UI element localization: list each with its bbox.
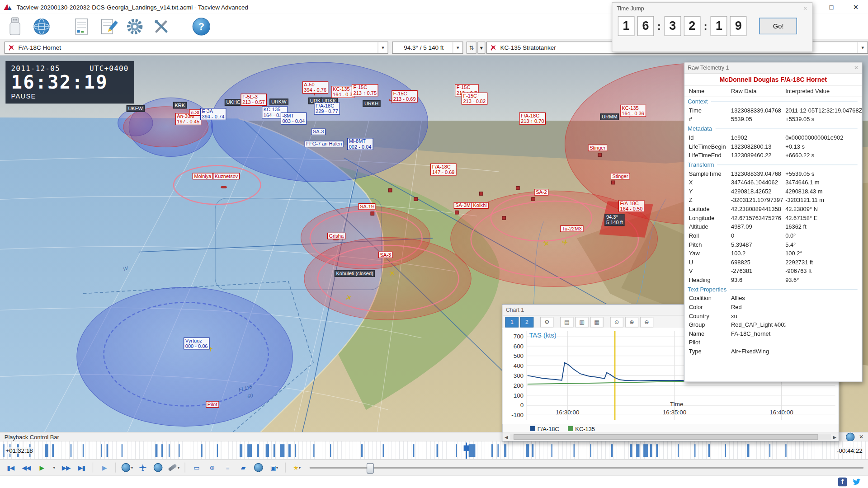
time-digit-button[interactable]: 9 — [730, 16, 747, 36]
ground-unit-marker[interactable] — [479, 192, 483, 196]
map-object-label[interactable]: SA-3 — [378, 252, 393, 258]
map-object-label[interactable]: 94.3°5 140 ft — [604, 214, 624, 226]
ground-unit-marker[interactable] — [455, 211, 459, 215]
map-object-label[interactable]: Tu-22M3 — [560, 225, 583, 232]
ground-unit-marker[interactable] — [414, 197, 418, 201]
map-object-label[interactable]: F-5E-3213 - 0.57 — [241, 94, 266, 106]
weapons-view-button[interactable]: ▾ — [166, 461, 181, 474]
ship-marker[interactable] — [221, 186, 226, 188]
ground-unit-marker[interactable] — [502, 216, 506, 220]
close-button[interactable]: ✕ — [844, 0, 868, 14]
aircraft-marker[interactable] — [542, 239, 550, 249]
jump-to-end-button[interactable]: ▶▮ — [74, 461, 89, 474]
scroll-right-icon[interactable]: ▶ — [831, 435, 839, 440]
swap-objects-button[interactable]: ⇅ — [467, 42, 476, 54]
map-object-label[interactable]: Vyrtuoz000 - 0.06 — [184, 338, 209, 350]
map-object-label[interactable]: F-15C213 - 0.69 — [392, 90, 417, 103]
slider-track[interactable] — [310, 467, 864, 469]
time-jump-close-icon[interactable]: ✕ — [803, 5, 807, 11]
map-object-label[interactable]: F/A-18C164 - 0.50 — [618, 200, 644, 212]
twitter-icon[interactable] — [851, 478, 861, 487]
aircraft-marker[interactable] — [561, 238, 569, 248]
maximize-button[interactable]: □ — [819, 0, 844, 14]
terrain-globe-button[interactable] — [251, 461, 266, 474]
chart-zoom-in-button[interactable]: ⊕ — [625, 317, 638, 327]
chevron-down-icon[interactable]: ▾ — [453, 42, 462, 53]
map-object-label[interactable]: F-15C213 - 0.82 — [462, 93, 487, 105]
primary-object-combo[interactable]: F/A-18C Hornet ▾ — [5, 42, 388, 54]
map-object-label[interactable]: Kuznetsov — [213, 173, 240, 179]
go-button[interactable]: Go! — [760, 18, 797, 34]
map-object-label[interactable]: -8MT003 - 0.04 — [281, 113, 307, 125]
layers-button[interactable]: ≡ — [220, 461, 235, 474]
map-object-label[interactable]: F-15C213 ↑ 0.75 — [352, 84, 378, 96]
map-object-label[interactable]: KC-135164 - 0.36 — [620, 105, 646, 117]
time-digit-button[interactable]: 6 — [637, 16, 654, 36]
settings-gear-icon[interactable] — [124, 16, 146, 38]
selected-aircraft-button[interactable] — [135, 461, 150, 474]
ground-vehicle-button[interactable]: ▰ — [236, 461, 250, 474]
chart-settings-button[interactable]: ⚙ — [540, 317, 553, 327]
aircraft-marker[interactable] — [345, 294, 352, 304]
map-object-label[interactable]: URMM — [600, 113, 619, 120]
map-object-label[interactable]: Grisha — [327, 233, 345, 239]
map-object-label[interactable]: F/A-18C213 ↑ 0.70 — [519, 113, 546, 125]
time-digit-button[interactable]: 1 — [711, 16, 727, 36]
map-object-label[interactable]: URKW — [269, 99, 288, 105]
map-object-label[interactable]: KC-135164 - 0.3 — [331, 86, 354, 98]
camera-monitor-button[interactable]: ▭ — [189, 461, 203, 474]
map-object-label[interactable]: Kobuleti (closed) — [335, 270, 375, 277]
help-icon[interactable]: ? — [191, 16, 212, 38]
map-object-label[interactable]: F/A-18C229 - 0.77 — [314, 103, 340, 115]
map-object-label[interactable]: KRK — [173, 102, 187, 109]
time-digit-button[interactable]: 1 — [618, 16, 635, 36]
map-object-label[interactable]: SA-3 — [311, 128, 326, 135]
mission-timeline[interactable]: +01:32:18 -00:44:22 — [0, 441, 868, 460]
chart-scrollbar-thumb[interactable] — [514, 434, 818, 440]
map-object-label[interactable]: F/A-18C147 - 0.69 — [430, 164, 456, 176]
map-object-label[interactable]: Stinger — [588, 145, 607, 151]
telemetry-window-titlebar[interactable]: Raw Telemetry 1 ✕ — [684, 63, 862, 74]
swap-options-dropdown[interactable]: ▾ — [477, 42, 485, 54]
earth-view-button[interactable] — [151, 461, 165, 474]
map-object-label[interactable]: Molniya — [193, 173, 213, 179]
map-object-label[interactable]: Stinger — [611, 173, 630, 179]
flight-log-icon[interactable] — [71, 16, 92, 38]
playback-bar-close-icon[interactable]: ✕ — [859, 434, 863, 440]
rewind-button[interactable]: ◀◀ — [19, 461, 33, 474]
map-object-label[interactable]: UKFW — [127, 105, 145, 112]
crosshair-button[interactable]: ⊕ — [205, 461, 219, 474]
slider-handle[interactable] — [367, 463, 374, 474]
facebook-icon[interactable]: f — [838, 478, 847, 487]
map-object-label[interactable]: FFG-7 an Halen — [305, 141, 344, 147]
aircraft-marker[interactable] — [388, 269, 396, 279]
ground-unit-marker[interactable] — [516, 186, 520, 190]
play-options-dropdown[interactable]: ▾ — [50, 461, 57, 474]
ground-unit-marker[interactable] — [531, 197, 535, 201]
chart-style-grid-button[interactable]: ▦ — [590, 317, 603, 327]
ground-unit-marker[interactable] — [598, 153, 602, 157]
time-jump-titlebar[interactable]: Time Jump ✕ — [612, 3, 812, 13]
chart-scrollbar[interactable]: ◀ ▶ — [503, 432, 839, 441]
chart-style-columns-button[interactable]: ▥ — [575, 317, 588, 327]
chart-preset-1-button[interactable]: 1 — [505, 317, 519, 327]
online-status-icon[interactable] — [845, 432, 854, 441]
map-object-label[interactable]: SA-19 — [359, 203, 376, 210]
time-digit-button[interactable]: 3 — [664, 16, 681, 36]
map-object-label[interactable]: E-3A394 - 0.74 — [200, 108, 226, 120]
map-object-label[interactable]: SA-2 — [534, 189, 548, 196]
map-object-label[interactable]: SA-3M — [454, 202, 472, 209]
edit-flight-icon[interactable] — [98, 16, 119, 38]
chart-style-rows-button[interactable]: ▤ — [560, 317, 573, 327]
chevron-down-icon[interactable]: ▾ — [377, 42, 387, 53]
time-digit-button[interactable]: 2 — [684, 16, 700, 36]
timeline-zoom-slider[interactable] — [310, 461, 864, 474]
play-button[interactable]: ▶ — [34, 461, 49, 474]
map-object-label[interactable]: Kolkhi — [472, 202, 488, 209]
ground-unit-marker[interactable] — [388, 188, 392, 192]
chart-zoom-reset-button[interactable]: ⊙ — [610, 317, 623, 327]
zoom-world-button[interactable]: ▾ — [120, 461, 134, 474]
ground-unit-marker[interactable] — [371, 211, 375, 216]
timeline-cursor[interactable] — [466, 442, 467, 459]
map-object-label[interactable]: UKHC — [225, 99, 242, 106]
